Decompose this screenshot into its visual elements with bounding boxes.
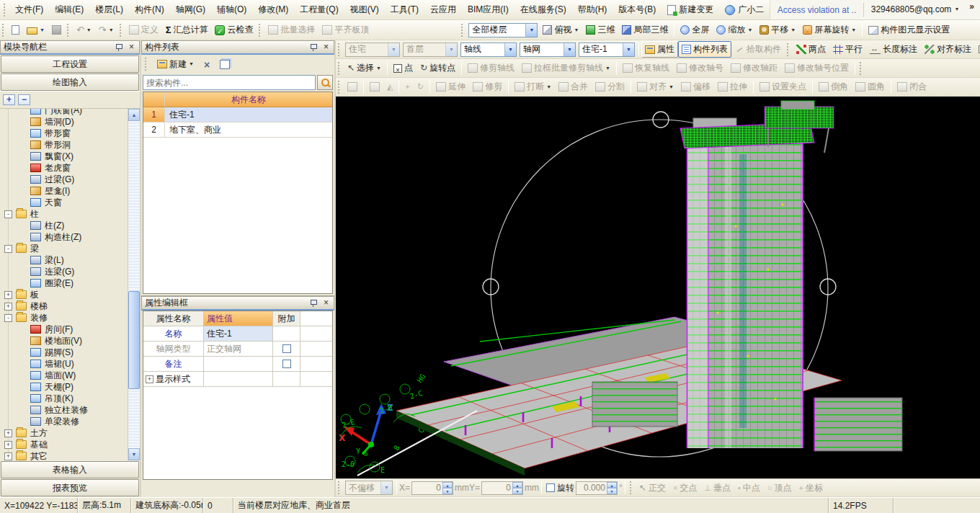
offset-combo[interactable]: 不偏移 bbox=[345, 481, 393, 495]
full-screen-button[interactable]: 全屏 bbox=[677, 22, 713, 38]
tree-item[interactable]: + 土方 bbox=[1, 427, 128, 439]
name-combo[interactable]: 住宅-1 bbox=[579, 43, 635, 57]
close-icon[interactable] bbox=[321, 298, 331, 308]
toolbar-grip[interactable] bbox=[338, 81, 342, 94]
menu-item[interactable]: 轴网(G) bbox=[170, 1, 211, 18]
parallel-button[interactable]: 平行 bbox=[829, 41, 866, 58]
format-brush-button[interactable] bbox=[344, 80, 361, 94]
vertex-snap-button[interactable]: ○顶点 bbox=[764, 480, 796, 496]
point-button[interactable]: 点 bbox=[390, 60, 416, 76]
merge-button[interactable]: 合并 bbox=[555, 79, 592, 95]
menu-item[interactable]: 编辑(E) bbox=[49, 1, 89, 18]
two-points-button[interactable]: 两点 bbox=[793, 41, 829, 58]
pin-icon[interactable] bbox=[115, 43, 122, 51]
open-file-button[interactable] bbox=[23, 24, 48, 37]
modify-axis-number-position-button[interactable]: 修改轴号位置 bbox=[781, 60, 852, 76]
restore-axis-button[interactable]: 恢复轴线 bbox=[619, 60, 673, 76]
property-value[interactable]: 住宅-1 bbox=[204, 326, 273, 341]
combo-arrow-icon[interactable] bbox=[564, 43, 575, 56]
box-trim-axis-button[interactable]: 拉框批量修剪轴线 bbox=[518, 60, 614, 76]
toolbar-grip[interactable] bbox=[630, 481, 633, 494]
table-input-button[interactable]: 表格输入 bbox=[1, 461, 139, 478]
tree-item[interactable]: 带形窗 bbox=[1, 128, 128, 139]
component-name[interactable]: 住宅-1 bbox=[165, 107, 332, 122]
spin-down-icon[interactable] bbox=[512, 488, 522, 494]
pin-icon[interactable] bbox=[309, 299, 317, 307]
tree-expand-box[interactable]: + bbox=[4, 291, 12, 299]
spin-up-icon[interactable] bbox=[442, 482, 453, 489]
batch-select-button[interactable]: 批量选择 bbox=[264, 22, 318, 38]
tree-item[interactable]: 踢脚(S) bbox=[1, 347, 128, 358]
pick-component-button[interactable]: 拾取构件 bbox=[731, 41, 785, 58]
tree-item[interactable]: 门联窗(A) bbox=[1, 108, 128, 116]
tree-expand-box[interactable]: + bbox=[4, 303, 12, 311]
combo-arrow-icon[interactable] bbox=[388, 43, 399, 56]
toolbar-grip[interactable] bbox=[338, 43, 342, 56]
delete-component-button[interactable] bbox=[200, 58, 213, 71]
spin-down-icon[interactable] bbox=[607, 488, 617, 494]
tree-item[interactable]: 天窗 bbox=[1, 197, 128, 208]
menu-item[interactable]: 构件(N) bbox=[129, 1, 170, 18]
project-settings-button[interactable]: 工程设置 bbox=[1, 55, 139, 73]
attributes-button[interactable]: 属性 bbox=[641, 41, 678, 58]
floor-select-combo[interactable]: 首层 bbox=[403, 43, 458, 57]
collapse-all-button[interactable]: − bbox=[18, 94, 30, 105]
new-file-button[interactable] bbox=[8, 23, 23, 37]
tree-item[interactable]: + 其它 bbox=[1, 450, 128, 460]
spin-up-icon[interactable] bbox=[512, 482, 522, 489]
combo-arrow-icon[interactable] bbox=[380, 481, 392, 494]
align-dimension-button[interactable]: 对齐标注 bbox=[921, 41, 975, 58]
combo-arrow-icon[interactable] bbox=[525, 24, 537, 37]
measure-distance-button[interactable]: 测量距离 bbox=[975, 41, 980, 58]
tree-item[interactable]: - 装修 bbox=[1, 312, 128, 324]
view-3d-button[interactable]: 三维 bbox=[582, 22, 618, 38]
tree-item[interactable]: - 柱 bbox=[1, 208, 128, 220]
extend-button[interactable]: 延伸 bbox=[432, 79, 469, 95]
define-button[interactable]: 定义 bbox=[125, 22, 162, 38]
tree-expand-box[interactable]: + bbox=[4, 429, 12, 437]
toolbar-overflow-chevron[interactable]: » bbox=[966, 1, 980, 19]
tree-item[interactable]: + 楼梯 bbox=[1, 300, 128, 312]
tree-item[interactable]: 天棚(P) bbox=[1, 381, 128, 393]
drawing-input-button[interactable]: 绘图输入 bbox=[1, 73, 139, 91]
property-row-name[interactable]: 名称 住宅-1 bbox=[143, 326, 332, 342]
angle-input[interactable] bbox=[576, 483, 607, 493]
tree-item[interactable]: - 梁 bbox=[1, 243, 128, 254]
combo-arrow-icon[interactable] bbox=[504, 43, 516, 56]
chamfer-button[interactable]: 倒角 bbox=[815, 79, 852, 95]
save-button[interactable] bbox=[48, 23, 65, 37]
toolbar-grip[interactable] bbox=[860, 62, 863, 75]
floor-combo[interactable]: 全部楼层 bbox=[468, 23, 538, 37]
stretch-button[interactable]: 拉伸 bbox=[714, 79, 751, 95]
menu-item[interactable]: 辅轴(O) bbox=[211, 1, 252, 18]
podium-model[interactable] bbox=[396, 317, 902, 476]
foot-point-snap-button[interactable]: ⊥垂点 bbox=[700, 480, 734, 496]
copy-button[interactable] bbox=[366, 80, 383, 94]
break-button[interactable]: 打断 bbox=[511, 79, 555, 95]
close-icon[interactable] bbox=[127, 43, 136, 52]
component-list-button[interactable]: 构件列表 bbox=[678, 41, 731, 58]
tree-item[interactable]: 过梁(G) bbox=[1, 174, 128, 185]
modify-axis-spacing-button[interactable]: 修改轴距 bbox=[727, 60, 781, 76]
scroll-up-button[interactable] bbox=[128, 109, 140, 121]
property-value[interactable] bbox=[204, 357, 273, 371]
account-menu[interactable]: 329468805@qq.com bbox=[863, 3, 967, 17]
new-component-button[interactable]: 新建 bbox=[153, 56, 197, 73]
menu-item[interactable]: 工具(T) bbox=[385, 1, 424, 18]
length-dimension-button[interactable]: 长度标注 bbox=[866, 41, 921, 58]
trim-axis-button[interactable]: 修剪轴线 bbox=[464, 60, 518, 76]
close-icon[interactable] bbox=[321, 43, 331, 52]
menu-item-new-change[interactable]: 新建变更 bbox=[662, 1, 719, 18]
redo-button[interactable]: ↷ bbox=[95, 23, 117, 37]
tree-item[interactable]: 梁(L) bbox=[1, 254, 128, 266]
screen-rotate-button[interactable]: 屏幕旋转 bbox=[799, 22, 860, 38]
tree-scrollbar[interactable] bbox=[128, 109, 140, 460]
attach-checkbox[interactable] bbox=[282, 360, 291, 368]
tree-item[interactable]: 带形洞 bbox=[1, 139, 128, 151]
tree-item[interactable]: 飘窗(X) bbox=[1, 151, 128, 162]
toolbar-grip[interactable] bbox=[4, 4, 7, 17]
copy-component-button[interactable] bbox=[216, 58, 233, 71]
menu-item[interactable]: 云应用 bbox=[424, 1, 462, 18]
menu-item[interactable]: 楼层(L) bbox=[89, 1, 129, 18]
toolbar-grip[interactable] bbox=[338, 481, 342, 494]
